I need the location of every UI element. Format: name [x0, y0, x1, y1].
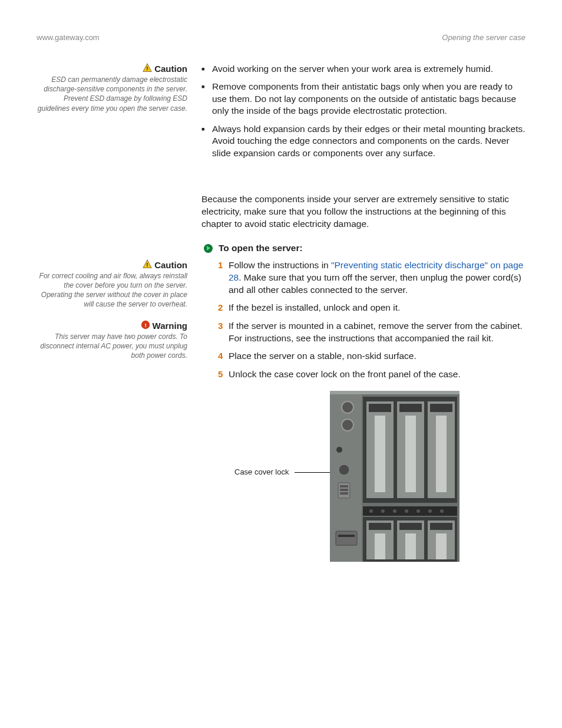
svg-point-33 — [428, 509, 432, 513]
svg-point-32 — [416, 509, 420, 513]
sidebar: ! Caution ESD can permanently damage ele… — [37, 63, 187, 562]
caution-text-2: For correct cooling and air flow, always… — [37, 271, 187, 309]
step-text: If the bezel is installed, unlock and op… — [229, 302, 400, 312]
warning-label: Warning — [153, 321, 187, 331]
caution-label: Caution — [154, 64, 187, 74]
step-item: 5Unlock the case cover lock on the front… — [218, 368, 525, 381]
bullet-item: Remove components from their antistatic … — [201, 81, 525, 117]
svg-rect-21 — [369, 404, 391, 412]
bullet-item: Avoid working on the server when your wo… — [201, 63, 525, 75]
caution-note-1: ! Caution ESD can permanently damage ele… — [37, 63, 187, 113]
svg-point-9 — [342, 401, 353, 413]
svg-text:!: ! — [144, 322, 146, 328]
svg-text:!: ! — [147, 262, 148, 268]
step-item: 2If the bezel is installed, unlock and o… — [218, 302, 525, 314]
warning-icon: ! — [141, 320, 150, 331]
step-text-post: . Make sure that you turn off the server… — [229, 272, 521, 295]
task-title: To open the server: — [219, 243, 303, 253]
intro-paragraph: Because the components inside your serve… — [201, 193, 525, 230]
step-text: Place the server on a stable, non-skid s… — [229, 351, 416, 361]
play-icon — [204, 244, 213, 253]
step-list: 1 Follow the instructions in "Preventing… — [201, 259, 525, 380]
svg-rect-41 — [430, 523, 452, 530]
svg-rect-39 — [369, 523, 391, 530]
callout-label: Case cover lock — [234, 467, 289, 476]
svg-text:!: ! — [147, 65, 148, 71]
svg-rect-24 — [375, 416, 385, 492]
svg-point-12 — [339, 465, 349, 475]
page-header: www.gateway.com Opening the server case — [37, 33, 525, 42]
warning-text: This server may have two power cords. To… — [37, 332, 187, 361]
svg-rect-22 — [399, 404, 422, 412]
svg-rect-16 — [340, 492, 348, 495]
svg-point-30 — [393, 509, 396, 513]
svg-point-10 — [342, 419, 353, 431]
svg-point-28 — [369, 509, 373, 513]
svg-rect-45 — [336, 531, 357, 545]
step-item: 3If the server is mounted in a cabinet, … — [218, 320, 525, 344]
svg-point-11 — [336, 447, 342, 453]
svg-point-34 — [440, 509, 444, 513]
step-item: 4Place the server on a stable, non-skid … — [218, 350, 525, 363]
caution-label: Caution — [154, 260, 187, 270]
caution-note-2: ! Caution For correct cooling and air fl… — [37, 259, 187, 309]
caution-icon: ! — [143, 259, 152, 271]
header-section: Opening the server case — [442, 33, 525, 42]
bullet-item: Always hold expansion cards by their edg… — [201, 123, 525, 159]
caution-text-1: ESD can permanently damage electrostatic… — [37, 75, 187, 113]
warning-note: ! Warning This server may have two power… — [37, 320, 187, 361]
svg-point-29 — [381, 509, 385, 513]
svg-rect-46 — [338, 535, 355, 537]
svg-rect-44 — [436, 533, 447, 559]
step-text: If the server is mounted in a cabinet, r… — [229, 321, 523, 343]
svg-rect-42 — [375, 533, 385, 559]
caution-icon: ! — [143, 63, 152, 74]
main-content: Avoid working on the server when your wo… — [201, 63, 525, 562]
bullet-list: Avoid working on the server when your wo… — [201, 63, 525, 159]
svg-rect-15 — [340, 489, 348, 491]
figure-callout: Case cover lock — [234, 467, 330, 476]
svg-rect-43 — [405, 533, 416, 559]
svg-rect-8 — [330, 391, 459, 394]
callout-leader-line — [295, 472, 330, 473]
svg-point-31 — [405, 509, 408, 513]
server-front-panel-image — [330, 391, 459, 562]
svg-rect-40 — [399, 523, 422, 530]
task-heading: To open the server: — [204, 243, 525, 253]
step-item: 1 Follow the instructions in "Preventing… — [218, 259, 525, 296]
svg-rect-14 — [340, 485, 348, 487]
figure: Case cover lock — [201, 391, 525, 562]
header-url: www.gateway.com — [37, 33, 100, 42]
step-text-pre: Follow the instructions in — [229, 260, 331, 270]
svg-rect-26 — [436, 416, 447, 492]
svg-rect-23 — [430, 404, 452, 412]
step-text: Unlock the case cover lock on the front … — [229, 369, 461, 379]
svg-rect-25 — [405, 416, 416, 492]
